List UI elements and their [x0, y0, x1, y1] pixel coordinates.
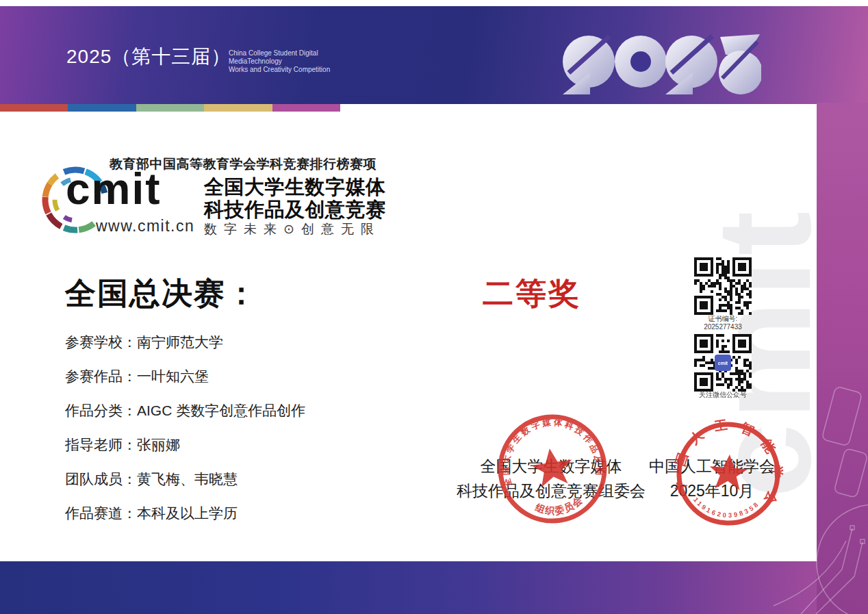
certificate-page: 2025（第十三届） China College Student Digital…: [0, 0, 868, 614]
organizing-committee-seal: 全国大学生数字媒体科技作品及创意竞赛 组织委员会: [487, 403, 618, 535]
national-final-label: 全国总决赛：: [65, 273, 258, 314]
field-rows: 参赛学校：南宁师范大学参赛作品：一叶知六堡作品分类：AIGC 类数字创意作品创作…: [65, 335, 305, 540]
stripe-segment: [136, 104, 204, 112]
cmit-wordmark: cmit: [66, 167, 162, 211]
top-white-strip: [0, 0, 868, 6]
logo-tagline: 数字未来⊙创意无限: [204, 220, 381, 238]
accent-stripe: [0, 104, 340, 112]
cert-number: 2025277433: [676, 323, 769, 331]
year-2025-graphic: [561, 33, 761, 97]
field-row: 作品赛道：本科及以上学历: [65, 506, 305, 520]
field-label: 作品赛道：: [65, 506, 137, 520]
field-value: 黄飞梅、韦晓慧: [137, 472, 238, 486]
website-url: www.cmit.cn: [96, 217, 194, 235]
cert-label-text: 证书编号:: [676, 315, 769, 323]
footer-band: [0, 561, 868, 614]
competition-name-line2: 科技作品及创意竞赛: [204, 196, 386, 224]
field-row: 参赛学校：南宁师范大学: [65, 335, 305, 349]
competition-english-subtitle: China College Student Digital MediaTechn…: [229, 49, 366, 74]
follow-account-label: 关注微信公众号: [676, 390, 769, 400]
field-row: 参赛作品：一叶知六堡: [65, 369, 305, 383]
stripe-segment: [68, 104, 136, 112]
field-value: 本科及以上学历: [137, 506, 238, 520]
stripe-segment: [272, 104, 340, 112]
right-accent-column: [817, 103, 868, 614]
field-label: 参赛学校：: [65, 335, 137, 349]
field-label: 指导老师：: [65, 437, 137, 452]
field-value: AIGC 类数字创意作品创作: [137, 403, 305, 418]
field-row: 作品分类：AIGC 类数字创意作品创作: [65, 403, 305, 418]
qr-code-wechat: [694, 334, 752, 392]
field-value: 一叶知六堡: [137, 369, 209, 383]
field-row: 指导老师：张丽娜: [65, 437, 305, 452]
field-label: 参赛作品：: [65, 369, 137, 383]
certificate-number-label: 证书编号: 2025277433: [676, 315, 769, 331]
field-label: 作品分类：: [65, 403, 137, 418]
field-label: 团队成员：: [65, 472, 137, 486]
qr-code-certificate: [694, 257, 752, 315]
field-row: 团队成员：黄飞梅、韦晓慧: [65, 472, 305, 486]
field-value: 张丽娜: [137, 437, 180, 452]
stripe-segment: [0, 104, 68, 112]
field-value: 南宁师范大学: [137, 335, 223, 349]
prize-text: 二等奖: [483, 273, 581, 314]
subtitle-line2: Works and Creativity Competition: [229, 66, 366, 74]
edition-title: 2025（第十三届）: [66, 44, 231, 70]
subtitle-line1: China College Student Digital MediaTechn…: [229, 49, 366, 66]
stripe-segment: [204, 104, 272, 112]
caai-seal: 中国人工智能学会 1191620398358: [670, 415, 787, 533]
